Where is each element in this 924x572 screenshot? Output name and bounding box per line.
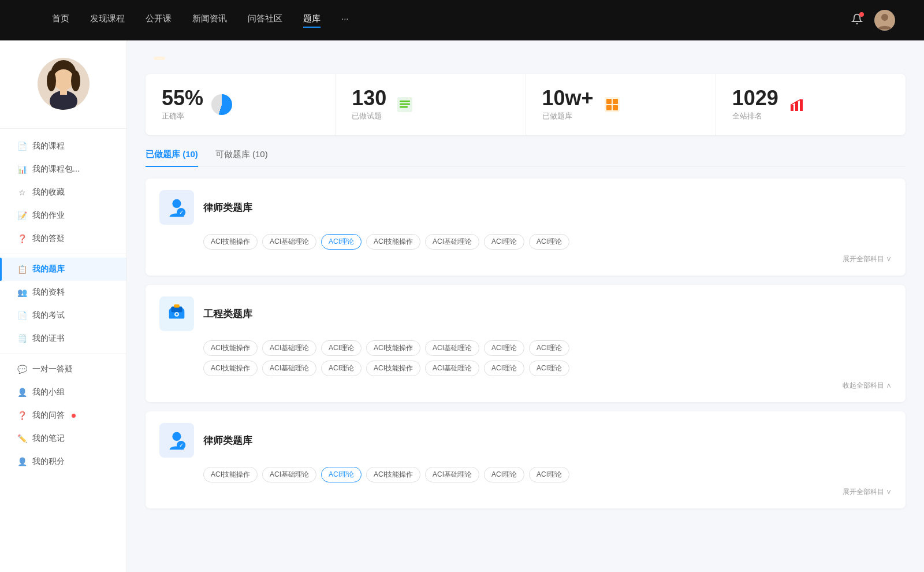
bank-tag[interactable]: ACI理论 [484,467,524,482]
sidebar-item-我的资料[interactable]: 👥 我的资料 [0,281,126,304]
svg-point-6 [71,70,80,91]
bank-tag[interactable]: ACI技能操作 [366,361,420,376]
tab-已做题库 (10)[interactable]: 已做题库 (10) [146,149,198,167]
sidebar-icon: 📋 [17,265,27,274]
bank-tag[interactable]: ACI技能操作 [366,340,420,356]
bell-button[interactable] [851,13,863,27]
nav-right [840,10,907,31]
bank-tag[interactable]: ACI技能操作 [366,234,420,250]
nav-link[interactable]: 问答社区 [248,13,282,28]
sidebar-icon: 🗒️ [17,334,27,343]
bank-name: 律师类题库 [203,201,252,214]
stat-label: 正确率 [162,111,203,121]
tab-可做题库 (10)[interactable]: 可做题库 (10) [215,149,268,167]
bank-tag[interactable]: ACI基础理论 [262,234,316,250]
bank-tag[interactable]: ACI理论 [484,361,524,376]
bank-tag[interactable]: ACI基础理论 [425,361,479,376]
sidebar-item-我的作业[interactable]: 📝 我的作业 [0,204,126,227]
sidebar-item-label: 我的课程包... [32,164,80,174]
nav-link[interactable]: 发现课程 [90,13,125,28]
bank-tag[interactable]: ACI理论 [321,467,362,482]
sidebar-icon: 📄 [17,142,27,151]
bank-tag[interactable]: ACI理论 [321,340,362,356]
bank-card-header: ✓ 律师类题库 [159,423,892,458]
bank-tag[interactable]: ACI理论 [529,340,569,356]
bank-tag[interactable]: ACI理论 [529,467,569,482]
sidebar-menu: 📄 我的课程 📊 我的课程包... ☆ 我的收藏 📝 我的作业 ❓ 我的答疑 📋… [0,135,126,473]
sidebar-item-我的课程包...[interactable]: 📊 我的课程包... [0,158,126,181]
sidebar-profile [0,58,126,129]
svg-point-5 [47,70,56,91]
stat-number: 1029 [732,88,778,109]
svg-text:✓: ✓ [179,209,184,216]
bank-tag[interactable]: ACI理论 [484,234,524,250]
bank-card-工程类题库: 工程类题库 ACI技能操作ACI基础理论ACI理论ACI技能操作ACI基础理论A… [146,285,906,402]
svg-rect-20 [800,99,803,111]
notification-dot [72,414,76,418]
bank-icon: ✓ [159,190,194,225]
sidebar-item-我的答疑[interactable]: ❓ 我的答疑 [0,227,126,250]
bank-tag[interactable]: ACI基础理论 [262,361,316,376]
sidebar-icon: ☆ [17,188,27,197]
stat-label: 全站排名 [732,111,778,121]
bank-tag[interactable]: ACI基础理论 [425,234,479,250]
nav-link[interactable]: 公开课 [146,13,172,28]
stat-text: 55% 正确率 [162,88,203,121]
sidebar-icon: ✏️ [17,434,27,443]
svg-point-30 [172,432,181,441]
bank-tag[interactable]: ACI基础理论 [425,467,479,482]
sidebar-item-我的问答[interactable]: ❓ 我的问答 [0,404,126,427]
bank-tag[interactable]: ACI理论 [484,340,524,356]
bank-tag[interactable]: ACI技能操作 [203,467,258,482]
bank-tag[interactable]: ACI技能操作 [366,467,420,482]
sidebar-item-我的课程[interactable]: 📄 我的课程 [0,135,126,158]
sidebar-item-一对一答疑[interactable]: 💬 一对一答疑 [0,358,126,381]
bank-card-header: 工程类题库 [159,296,892,331]
bank-tag[interactable]: ACI理论 [321,361,362,376]
sidebar-item-我的考试[interactable]: 📄 我的考试 [0,304,126,327]
navbar: 首页发现课程公开课新闻资讯问答社区题库··· [0,0,924,40]
sidebar-item-label: 我的笔记 [32,433,65,444]
bank-tag[interactable]: ACI基础理论 [262,340,316,356]
sidebar-item-我的笔记[interactable]: ✏️ 我的笔记 [0,427,126,450]
nav-link[interactable]: 新闻资讯 [192,13,227,28]
bank-tag[interactable]: ACI技能操作 [203,234,258,250]
sidebar-icon: ❓ [17,411,27,420]
bank-tag[interactable]: ACI基础理论 [262,467,316,482]
bank-tag[interactable]: ACI技能操作 [203,361,258,376]
bank-expand-button[interactable]: 收起全部科目 ∧ [159,381,892,391]
user-avatar[interactable] [874,10,895,31]
sidebar-item-label: 我的考试 [32,310,65,321]
stats-row: 55% 正确率 130 已做试题 10w+ 已做题库 [146,74,906,135]
svg-point-21 [172,199,181,208]
bank-tag[interactable]: ACI基础理论 [425,340,479,356]
bank-tags-row-2: ACI技能操作ACI基础理论ACI理论ACI技能操作ACI基础理论ACI理论AC… [159,361,892,376]
bank-icon [159,296,194,331]
svg-rect-19 [795,102,798,111]
bank-tag[interactable]: ACI理论 [529,234,569,250]
nav-link[interactable]: ··· [341,13,349,28]
svg-rect-18 [791,105,793,111]
pie-chart-icon [211,94,232,115]
list-icon [394,94,415,115]
bank-card-header: ✓ 律师类题库 [159,190,892,225]
bank-tags-row-1: ACI技能操作ACI基础理论ACI理论ACI技能操作ACI基础理论ACI理论AC… [159,234,892,250]
bank-tag[interactable]: ACI理论 [529,361,569,376]
stat-text: 10w+ 已做题库 [542,88,594,121]
bank-tag[interactable]: ACI理论 [321,234,362,250]
sidebar-item-我的积分[interactable]: 👤 我的积分 [0,450,126,473]
sidebar-icon: 📝 [17,211,27,220]
sidebar-item-我的题库[interactable]: 📋 我的题库 [0,258,126,281]
bank-cards-container: ✓ 律师类题库 ACI技能操作ACI基础理论ACI理论ACI技能操作ACI基础理… [146,179,906,508]
sidebar-item-label: 我的小组 [32,387,65,398]
bank-expand-button[interactable]: 展开全部科目 ∨ [159,254,892,264]
sidebar-item-我的收藏[interactable]: ☆ 我的收藏 [0,181,126,204]
nav-link[interactable]: 首页 [52,13,69,28]
sidebar-item-我的小组[interactable]: 👤 我的小组 [0,381,126,404]
layout: 📄 我的课程 📊 我的课程包... ☆ 我的收藏 📝 我的作业 ❓ 我的答疑 📋… [0,40,924,572]
nav-link[interactable]: 题库 [303,13,321,28]
bank-tag[interactable]: ACI技能操作 [203,340,258,356]
sidebar-item-我的证书[interactable]: 🗒️ 我的证书 [0,327,126,350]
sidebar-icon: 📄 [17,311,27,320]
bank-expand-button[interactable]: 展开全部科目 ∨ [159,487,892,497]
